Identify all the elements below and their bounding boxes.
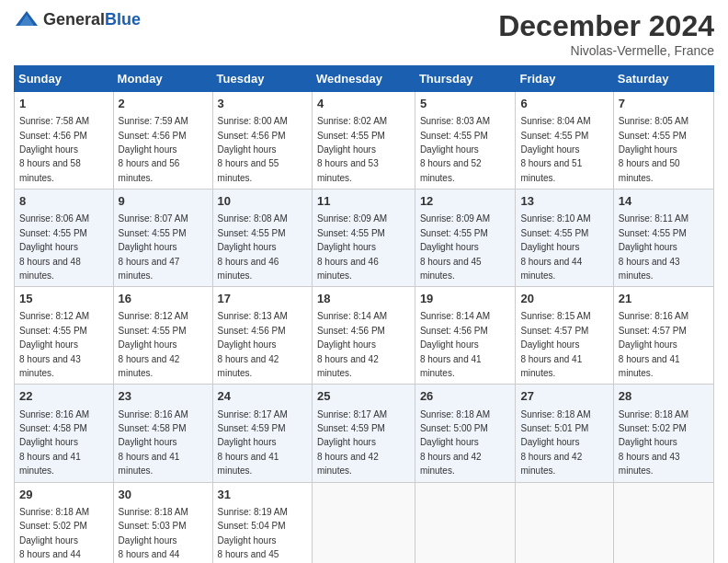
day-number: 30 [119, 487, 208, 503]
table-row: 24Sunrise: 8:17 AMSunset: 4:59 PMDayligh… [212, 385, 312, 482]
logo-icon [14, 9, 40, 29]
day-number: 13 [520, 193, 608, 210]
day-info: Sunrise: 8:13 AMSunset: 4:56 PMDaylight … [218, 311, 288, 378]
table-row: 10Sunrise: 8:08 AMSunset: 4:55 PMDayligh… [212, 190, 312, 287]
table-row: 16Sunrise: 8:12 AMSunset: 4:55 PMDayligh… [113, 287, 212, 385]
day-info: Sunrise: 8:15 AMSunset: 4:57 PMDaylight … [520, 311, 590, 378]
day-info: Sunrise: 8:18 AMSunset: 5:00 PMDaylight … [420, 409, 490, 477]
logo-general: General [43, 10, 105, 29]
day-number: 27 [520, 388, 608, 405]
table-row: 14Sunrise: 8:11 AMSunset: 4:55 PMDayligh… [613, 190, 713, 287]
calendar-week-row: 22Sunrise: 8:16 AMSunset: 4:58 PMDayligh… [15, 385, 714, 482]
day-info: Sunrise: 8:18 AMSunset: 5:02 PMDaylight … [619, 409, 688, 477]
day-info: Sunrise: 8:07 AMSunset: 4:55 PMDaylight … [119, 213, 188, 281]
table-row: 26Sunrise: 8:18 AMSunset: 5:00 PMDayligh… [415, 385, 516, 482]
day-info: Sunrise: 8:19 AMSunset: 5:04 PMDaylight … [218, 507, 288, 563]
day-number: 26 [420, 388, 511, 405]
day-info: Sunrise: 8:10 AMSunset: 4:55 PMDaylight … [520, 213, 590, 281]
day-number: 5 [420, 96, 511, 112]
calendar-week-row: 8Sunrise: 8:06 AMSunset: 4:55 PMDaylight… [15, 190, 714, 287]
day-info: Sunrise: 8:16 AMSunset: 4:57 PMDaylight … [619, 311, 688, 378]
table-row: 4Sunrise: 8:02 AMSunset: 4:55 PMDaylight… [313, 92, 415, 190]
table-row: 1Sunrise: 7:58 AMSunset: 4:56 PMDaylight… [15, 92, 114, 190]
table-row: 25Sunrise: 8:17 AMSunset: 4:59 PMDayligh… [313, 385, 415, 482]
logo-blue: Blue [105, 10, 141, 29]
day-number: 8 [19, 193, 108, 210]
day-info: Sunrise: 8:16 AMSunset: 4:58 PMDaylight … [119, 409, 188, 477]
day-info: Sunrise: 8:12 AMSunset: 4:55 PMDaylight … [19, 311, 89, 378]
day-number: 22 [19, 388, 108, 405]
day-number: 16 [119, 291, 208, 307]
col-thursday: Thursday [415, 66, 516, 92]
location: Nivolas-Vermelle, France [498, 43, 714, 58]
day-number: 20 [520, 291, 608, 307]
table-row: 8Sunrise: 8:06 AMSunset: 4:55 PMDaylight… [15, 190, 114, 287]
day-info: Sunrise: 7:58 AMSunset: 4:56 PMDaylight … [19, 116, 89, 183]
day-info: Sunrise: 8:05 AMSunset: 4:55 PMDaylight … [619, 116, 688, 183]
day-number: 24 [218, 388, 307, 405]
table-row: 23Sunrise: 8:16 AMSunset: 4:58 PMDayligh… [113, 385, 212, 482]
calendar-week-row: 29Sunrise: 8:18 AMSunset: 5:02 PMDayligh… [15, 482, 714, 563]
title-area: December 2024 Nivolas-Vermelle, France [498, 9, 714, 58]
day-number: 7 [619, 96, 709, 112]
table-row [516, 482, 613, 563]
table-row: 9Sunrise: 8:07 AMSunset: 4:55 PMDaylight… [113, 190, 212, 287]
table-row: 30Sunrise: 8:18 AMSunset: 5:03 PMDayligh… [113, 482, 212, 563]
table-row: 29Sunrise: 8:18 AMSunset: 5:02 PMDayligh… [15, 482, 114, 563]
table-row: 21Sunrise: 8:16 AMSunset: 4:57 PMDayligh… [613, 287, 713, 385]
day-number: 31 [218, 487, 307, 503]
day-number: 17 [218, 291, 307, 307]
col-friday: Friday [516, 66, 613, 92]
table-row: 19Sunrise: 8:14 AMSunset: 4:56 PMDayligh… [415, 287, 516, 385]
calendar-week-row: 15Sunrise: 8:12 AMSunset: 4:55 PMDayligh… [15, 287, 714, 385]
day-info: Sunrise: 8:18 AMSunset: 5:03 PMDaylight … [119, 507, 188, 563]
day-number: 19 [420, 291, 511, 307]
table-row: 6Sunrise: 8:04 AMSunset: 4:55 PMDaylight… [516, 92, 613, 190]
col-wednesday: Wednesday [313, 66, 415, 92]
day-number: 21 [619, 291, 709, 307]
day-info: Sunrise: 8:06 AMSunset: 4:55 PMDaylight … [19, 213, 89, 281]
day-info: Sunrise: 8:18 AMSunset: 5:01 PMDaylight … [520, 409, 590, 477]
table-row: 31Sunrise: 8:19 AMSunset: 5:04 PMDayligh… [212, 482, 312, 563]
table-row: 28Sunrise: 8:18 AMSunset: 5:02 PMDayligh… [613, 385, 713, 482]
table-row: 18Sunrise: 8:14 AMSunset: 4:56 PMDayligh… [313, 287, 415, 385]
day-number: 25 [317, 388, 410, 405]
month-title: December 2024 [498, 9, 714, 43]
day-info: Sunrise: 8:03 AMSunset: 4:55 PMDaylight … [420, 116, 490, 183]
day-number: 2 [119, 96, 208, 112]
calendar-week-row: 1Sunrise: 7:58 AMSunset: 4:56 PMDaylight… [15, 92, 714, 190]
day-number: 28 [619, 388, 709, 405]
table-row [415, 482, 516, 563]
day-number: 10 [218, 193, 307, 210]
day-number: 6 [520, 96, 608, 112]
table-row: 22Sunrise: 8:16 AMSunset: 4:58 PMDayligh… [15, 385, 114, 482]
table-row [313, 482, 415, 563]
day-number: 9 [119, 193, 208, 210]
table-row: 20Sunrise: 8:15 AMSunset: 4:57 PMDayligh… [516, 287, 613, 385]
day-info: Sunrise: 8:00 AMSunset: 4:56 PMDaylight … [218, 116, 288, 183]
day-info: Sunrise: 8:12 AMSunset: 4:55 PMDaylight … [119, 311, 188, 378]
day-info: Sunrise: 8:14 AMSunset: 4:56 PMDaylight … [420, 311, 490, 378]
day-info: Sunrise: 8:14 AMSunset: 4:56 PMDaylight … [317, 311, 387, 378]
header-row: Sunday Monday Tuesday Wednesday Thursday… [15, 66, 714, 92]
day-number: 3 [218, 96, 307, 112]
table-row: 2Sunrise: 7:59 AMSunset: 4:56 PMDaylight… [113, 92, 212, 190]
day-info: Sunrise: 7:59 AMSunset: 4:56 PMDaylight … [119, 116, 188, 183]
table-row [613, 482, 713, 563]
page-header: GeneralBlue December 2024 Nivolas-Vermel… [14, 9, 714, 58]
col-monday: Monday [113, 66, 212, 92]
table-row: 13Sunrise: 8:10 AMSunset: 4:55 PMDayligh… [516, 190, 613, 287]
day-info: Sunrise: 8:09 AMSunset: 4:55 PMDaylight … [420, 213, 490, 281]
day-number: 14 [619, 193, 709, 210]
day-number: 29 [19, 487, 108, 503]
day-info: Sunrise: 8:02 AMSunset: 4:55 PMDaylight … [317, 116, 387, 183]
day-number: 12 [420, 193, 511, 210]
table-row: 3Sunrise: 8:00 AMSunset: 4:56 PMDaylight… [212, 92, 312, 190]
day-number: 15 [19, 291, 108, 307]
day-number: 23 [119, 388, 208, 405]
day-info: Sunrise: 8:17 AMSunset: 4:59 PMDaylight … [218, 409, 288, 477]
table-row: 17Sunrise: 8:13 AMSunset: 4:56 PMDayligh… [212, 287, 312, 385]
table-row: 15Sunrise: 8:12 AMSunset: 4:55 PMDayligh… [15, 287, 114, 385]
table-row: 5Sunrise: 8:03 AMSunset: 4:55 PMDaylight… [415, 92, 516, 190]
day-info: Sunrise: 8:04 AMSunset: 4:55 PMDaylight … [520, 116, 590, 183]
